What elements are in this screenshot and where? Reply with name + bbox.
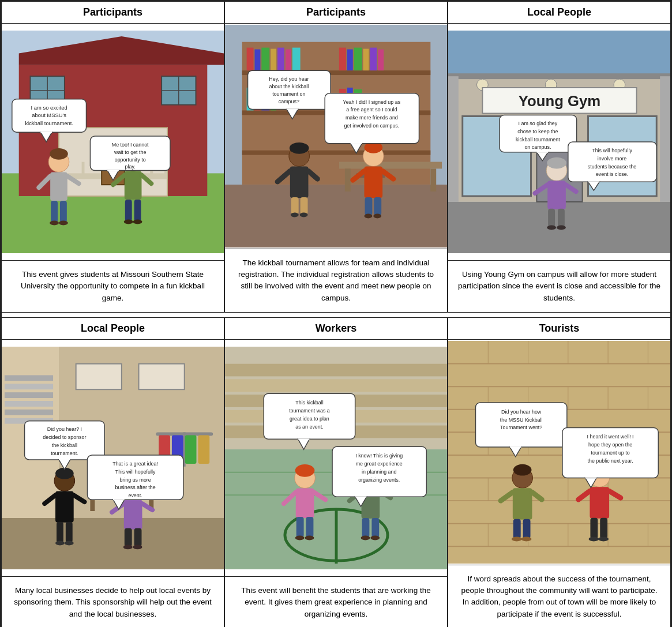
svg-rect-183 <box>124 500 142 529</box>
cell-image-3: Young Gym I am so glad they chose to kee… <box>448 24 670 260</box>
svg-text:in planning and: in planning and <box>362 469 396 475</box>
svg-rect-165 <box>185 435 197 463</box>
svg-rect-13 <box>82 162 85 179</box>
svg-point-225 <box>305 536 314 540</box>
svg-rect-118 <box>660 76 670 202</box>
svg-rect-159 <box>76 364 122 390</box>
cell-local-people-1: Local People <box>448 1 671 313</box>
svg-text:This kickball: This kickball <box>295 400 323 406</box>
cell-header-5: Workers <box>225 318 447 340</box>
svg-text:great idea to plan: great idea to plan <box>290 416 329 422</box>
svg-rect-58 <box>254 50 260 71</box>
svg-rect-157 <box>5 410 53 415</box>
svg-text:opportunity to: opportunity to <box>115 157 146 163</box>
svg-rect-67 <box>363 49 369 71</box>
svg-rect-166 <box>198 435 209 463</box>
svg-rect-160 <box>139 364 185 390</box>
svg-rect-269 <box>513 519 521 539</box>
svg-text:That is a great idea!: That is a great idea! <box>112 461 158 467</box>
svg-rect-63 <box>292 48 301 71</box>
svg-rect-174 <box>55 491 74 522</box>
svg-text:tournament up to: tournament up to <box>591 450 629 456</box>
svg-rect-132 <box>548 209 555 227</box>
cell-local-people-2: Local People <box>1 317 224 627</box>
storyboard: Participants <box>0 0 672 627</box>
svg-point-88 <box>291 213 299 217</box>
cell-header-2: Participants <box>225 2 447 24</box>
svg-text:kickball tournament: kickball tournament <box>516 137 560 142</box>
svg-text:about MSSU's: about MSSU's <box>32 112 66 118</box>
svg-rect-69 <box>378 50 384 71</box>
svg-text:campus?: campus? <box>279 99 299 104</box>
cell-image-6: Did you hear how the MSSU Kickball Tourn… <box>448 340 670 565</box>
svg-point-224 <box>295 536 305 540</box>
svg-text:tournament was a: tournament was a <box>289 408 330 414</box>
cell-image-4: Did you hear? I decided to sponsor the k… <box>2 340 224 576</box>
svg-text:play.: play. <box>125 164 136 170</box>
svg-rect-31 <box>125 171 142 199</box>
svg-text:This will hopefully: This will hopefully <box>592 148 632 153</box>
svg-text:Hey, did you hear: Hey, did you hear <box>269 76 309 82</box>
svg-point-179 <box>55 540 65 545</box>
cell-caption-3: Using Young Gym on campus will allow for… <box>448 260 670 312</box>
svg-text:Tournament went?: Tournament went? <box>500 425 542 430</box>
svg-text:about the kickball: about the kickball <box>269 84 309 89</box>
svg-rect-65 <box>347 50 353 71</box>
svg-rect-22 <box>50 172 67 200</box>
svg-point-265 <box>513 464 532 476</box>
svg-rect-57 <box>247 48 254 71</box>
svg-text:hope they open the: hope they open the <box>588 442 632 448</box>
svg-text:as an event.: as an event. <box>295 424 323 430</box>
cell-participants-1: Participants <box>1 1 224 313</box>
svg-rect-232 <box>371 518 379 538</box>
svg-rect-279 <box>600 518 607 539</box>
svg-text:I am so glad they: I am so glad they <box>519 121 558 126</box>
svg-rect-56 <box>242 151 431 155</box>
svg-rect-155 <box>5 392 53 398</box>
svg-point-36 <box>124 220 133 224</box>
svg-rect-223 <box>306 517 314 538</box>
svg-point-27 <box>50 221 59 226</box>
svg-text:tournament.: tournament. <box>51 450 78 456</box>
svg-rect-60 <box>271 49 276 71</box>
svg-rect-278 <box>590 518 598 539</box>
svg-text:wait to get the: wait to get the <box>114 149 146 155</box>
svg-point-272 <box>521 536 532 541</box>
svg-point-281 <box>598 536 609 541</box>
svg-text:I am so excited: I am so excited <box>31 104 67 111</box>
cell-caption-4: Many local businesses decide to help out… <box>2 576 224 627</box>
svg-rect-79 <box>430 168 436 192</box>
svg-text:Me too! I cannot: Me too! I cannot <box>112 142 149 148</box>
svg-text:bring us more: bring us more <box>119 477 151 483</box>
cell-workers: Workers <box>224 317 448 627</box>
svg-point-271 <box>512 536 522 541</box>
svg-rect-186 <box>125 528 132 547</box>
cell-image-5: This kickball tournament was a great ide… <box>225 340 447 576</box>
svg-text:Did you hear how: Did you hear how <box>501 409 542 415</box>
cell-header-3: Local People <box>448 2 670 24</box>
svg-rect-231 <box>362 518 370 538</box>
svg-rect-26 <box>60 201 67 223</box>
svg-text:me great experience: me great experience <box>356 461 403 467</box>
svg-text:event is close.: event is close. <box>596 171 628 177</box>
svg-rect-66 <box>354 48 362 71</box>
svg-rect-187 <box>134 528 142 547</box>
svg-rect-270 <box>523 519 531 539</box>
svg-text:the MSSU Kickball: the MSSU Kickball <box>500 417 543 423</box>
svg-rect-151 <box>2 518 224 569</box>
cell-header-1: Participants <box>2 2 224 24</box>
svg-text:organizing events.: organizing events. <box>358 477 400 483</box>
svg-text:event.: event. <box>128 493 142 498</box>
svg-rect-61 <box>277 48 284 71</box>
svg-rect-117 <box>448 76 459 202</box>
svg-text:a free agent so I could: a free agent so I could <box>346 107 397 112</box>
svg-rect-275 <box>590 487 609 518</box>
svg-rect-83 <box>290 166 309 197</box>
svg-text:This will hopefully: This will hopefully <box>115 469 156 475</box>
svg-rect-133 <box>558 209 565 227</box>
svg-point-128 <box>547 157 566 169</box>
svg-point-218 <box>295 464 315 477</box>
svg-rect-87 <box>301 197 308 215</box>
cell-image-2: Hey, did you hear about the kickball tou… <box>225 24 447 249</box>
svg-text:the kickball: the kickball <box>52 442 77 448</box>
